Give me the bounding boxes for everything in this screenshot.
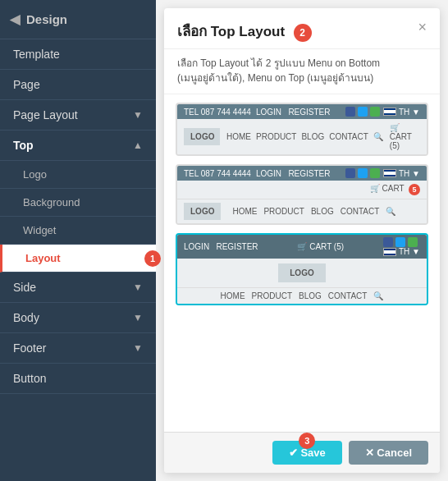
search-icon: 🔍 [373,132,383,141]
layout-option-3[interactable]: LOGIN REGISTER 🛒 CART (5) [176,233,428,305]
chevron-down-icon: ▼ [133,342,143,354]
chevron-down-icon: ▼ [133,312,143,323]
sidebar: ◀ Design Template Page Page Layout ▼ Top… [0,0,156,481]
save-button[interactable]: 3 ✔ Save [272,441,342,465]
layout1-nav: LOGO HOME PRODUCT BLOG CONTACT 🔍 🛒 CART … [177,119,427,154]
line-icon [370,107,380,117]
sidebar-item-side[interactable]: Side ▼ [0,273,156,303]
line-icon [408,237,418,247]
modal-overlay: เลือก Top Layout 2 × เลือก Top Layout ได… [156,0,448,481]
sidebar-item-page[interactable]: Page [0,70,156,100]
facebook-icon [345,107,355,117]
cart-badge: 5 [409,184,420,195]
modal-header: เลือก Top Layout 2 × [164,8,440,49]
flag-icon [383,108,396,116]
layout-options: TEL 087 744 4444 LOGIN REGISTER [164,94,440,432]
modal-title: เลือก Top Layout [177,24,285,39]
facebook-icon [383,237,393,247]
sidebar-item-layout[interactable]: Layout 1 [0,245,156,273]
layout1-cart: 🛒 CART (5) [390,123,420,150]
sidebar-item-label: Footer [13,341,46,355]
sidebar-item-label: Template [13,48,60,61]
layout2-logo: LOGO [184,203,221,220]
search-icon: 🔍 [386,207,395,216]
chevron-down-icon: ▼ [133,109,143,121]
layout3-lang: TH ▼ [383,247,420,256]
social-icons [345,107,380,117]
layout2-login-register: LOGIN REGISTER [256,169,331,178]
layout1-tel: TEL 087 744 4444 [184,108,251,117]
layout1-nav-links: HOME PRODUCT BLOG CONTACT 🔍 [226,132,383,141]
layout3-nav-links: HOME PRODUCT BLOG CONTACT 🔍 [177,287,427,304]
chevron-down-icon: ▼ [133,282,143,293]
sidebar-item-logo[interactable]: Logo [0,161,156,189]
social-icons [383,237,420,247]
main-area: เลือก Top Layout 2 × เลือก Top Layout ได… [156,0,448,481]
step-3-badge: 3 [299,433,315,449]
sidebar-item-background[interactable]: Background [0,189,156,217]
back-icon[interactable]: ◀ [10,11,20,27]
step-1-badge: 1 [144,250,161,267]
layout2-tel: TEL 087 744 4444 [184,169,251,178]
twitter-icon [395,237,405,247]
layout2-top-bar: TEL 087 744 4444 LOGIN REGISTER [177,166,427,181]
layout1-lang: TH ▼ [383,108,420,117]
modal-description: เลือก Top Layout ได้ 2 รูปแบบ Menu on Bo… [164,49,440,94]
layout2-nav: 🛒 CART 5 LOGO HOME PRODUCT BLOG CONTACT … [177,181,427,223]
modal-box: เลือก Top Layout 2 × เลือก Top Layout ได… [164,8,440,473]
sidebar-item-button[interactable]: Button [0,364,156,394]
facebook-icon [345,168,355,178]
layout1-top-bar: TEL 087 744 4444 LOGIN REGISTER [177,104,427,119]
line-icon [370,168,380,178]
sidebar-item-label: Top [13,139,34,152]
sidebar-item-label: Body [13,311,39,324]
sidebar-item-top[interactable]: Top ▲ [0,131,156,161]
layout2-links-row: LOGO HOME PRODUCT BLOG CONTACT 🔍 [177,199,427,223]
layout3-logo: LOGO [278,263,325,282]
layout3-cart: 🛒 CART (5) [297,242,344,251]
sidebar-item-page-layout[interactable]: Page Layout ▼ [0,100,156,131]
layout3-top-bar: LOGIN REGISTER 🛒 CART (5) [177,235,427,259]
sidebar-item-label: Page Layout [13,108,78,121]
sidebar-item-template[interactable]: Template [0,39,156,70]
layout3-logo-row: LOGO [177,259,427,287]
layout-option-2[interactable]: TEL 087 744 4444 LOGIN REGISTER [176,164,428,225]
layout3-login-register: LOGIN REGISTER [184,242,258,251]
chevron-up-icon: ▲ [133,140,143,151]
social-icons [345,168,380,178]
step-2-badge: 2 [294,24,312,42]
layout2-cart-row: 🛒 CART 5 [177,181,427,199]
cancel-button[interactable]: ✕ Cancel [349,441,428,465]
layout-option-1[interactable]: TEL 087 744 4444 LOGIN REGISTER [176,103,428,156]
flag-icon [383,248,396,256]
sidebar-item-footer[interactable]: Footer ▼ [0,333,156,364]
sidebar-item-body[interactable]: Body ▼ [0,303,156,333]
sidebar-item-label: Button [13,372,46,385]
sidebar-item-widget[interactable]: Widget [0,217,156,245]
sidebar-item-label: Page [13,78,40,91]
sidebar-title: Design [26,12,67,26]
sidebar-header: ◀ Design [0,0,156,39]
close-icon[interactable]: × [418,20,427,34]
sidebar-item-label: Side [13,281,36,294]
flag-icon [383,169,396,177]
modal-footer: 3 ✔ Save ✕ Cancel [164,432,440,473]
twitter-icon [358,168,368,178]
twitter-icon [358,107,368,117]
layout1-login-register: LOGIN REGISTER [256,108,331,117]
layout2-lang: TH ▼ [383,169,420,178]
layout1-logo: LOGO [184,128,220,145]
search-icon: 🔍 [373,291,383,300]
